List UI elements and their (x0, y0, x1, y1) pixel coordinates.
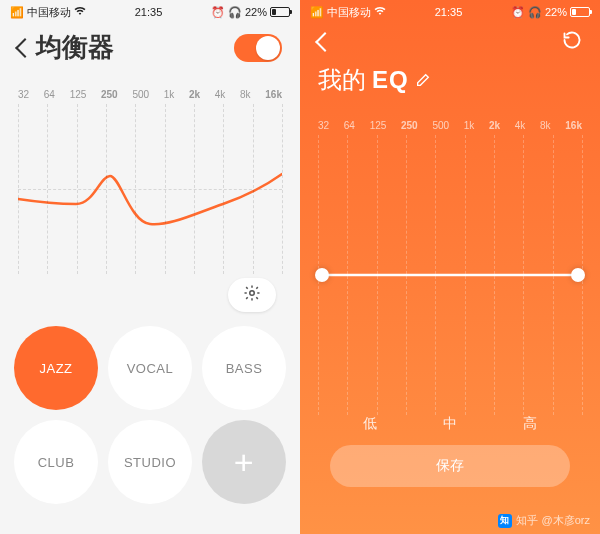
freq-label: 125 (70, 89, 87, 100)
eq-curve (18, 104, 282, 274)
wifi-icon (374, 6, 386, 18)
frequency-axis: 32641252505001k2k4k8k16k (318, 120, 582, 131)
freq-label: 64 (344, 120, 355, 131)
freq-label: 64 (44, 89, 55, 100)
battery-icon (570, 7, 590, 17)
freq-label: 32 (18, 89, 29, 100)
watermark: 知 知乎 @木彦orz (498, 513, 590, 528)
battery-icon (270, 7, 290, 17)
title-suffix: EQ (372, 66, 409, 94)
chart-grid[interactable] (318, 135, 582, 415)
freq-label: 1k (464, 120, 475, 131)
save-label: 保存 (436, 457, 464, 475)
preset-vocal[interactable]: VOCAL (108, 326, 192, 410)
freq-label: 2k (189, 89, 200, 100)
gridline (18, 104, 19, 274)
gridline (223, 104, 224, 274)
freq-label: 500 (132, 89, 149, 100)
eq-curve (318, 135, 582, 415)
headphones-icon: 🎧 (528, 6, 542, 19)
page-title: 我的 EQ (318, 64, 582, 96)
gridline (194, 104, 195, 274)
eq-toggle[interactable] (234, 34, 282, 62)
gridline (582, 135, 583, 415)
gridline (47, 104, 48, 274)
carrier-label: 中国移动 (27, 5, 71, 20)
back-icon[interactable] (15, 38, 35, 58)
freq-label: 4k (215, 89, 226, 100)
gridline (435, 135, 436, 415)
gridline (494, 135, 495, 415)
edit-icon[interactable] (415, 72, 431, 92)
chart-grid[interactable] (18, 104, 282, 274)
preset-club[interactable]: CLUB (14, 420, 98, 504)
gridline (135, 104, 136, 274)
watermark-author: @木彦orz (542, 513, 590, 528)
status-bar: 📶 中国移动 21:35 ⏰ 🎧 22% (300, 0, 600, 22)
preset-bass[interactable]: BASS (202, 326, 286, 410)
freq-label: 500 (432, 120, 449, 131)
headphones-icon: 🎧 (228, 6, 242, 19)
freq-label: 1k (164, 89, 175, 100)
gridline (106, 104, 107, 274)
gridline (77, 104, 78, 274)
header: 均衡器 (0, 22, 300, 79)
svg-point-0 (250, 291, 255, 296)
save-button[interactable]: 保存 (330, 445, 570, 487)
gridline (253, 104, 254, 274)
band-label: 低 (363, 415, 377, 433)
signal-icon: 📶 (10, 6, 24, 19)
band-labels: 低中高 (300, 415, 600, 433)
header: 我的 EQ (300, 22, 600, 110)
battery-pct: 22% (245, 6, 267, 18)
band-label: 中 (443, 415, 457, 433)
title-prefix: 我的 (318, 64, 366, 96)
frequency-axis: 32641252505001k2k4k8k16k (18, 89, 282, 100)
gridline (282, 104, 283, 274)
gridline (465, 135, 466, 415)
settings-button[interactable] (228, 278, 276, 312)
freq-label: 250 (101, 89, 118, 100)
freq-label: 16k (265, 89, 282, 100)
gear-icon (243, 284, 261, 306)
clock: 21:35 (435, 6, 463, 18)
status-bar: 📶 中国移动 21:35 ⏰ 🎧 22% (0, 0, 300, 22)
freq-label: 125 (370, 120, 387, 131)
freq-label: 32 (318, 120, 329, 131)
freq-label: 2k (489, 120, 500, 131)
band-label: 高 (523, 415, 537, 433)
reset-button[interactable] (562, 30, 582, 54)
wifi-icon (74, 6, 86, 18)
gridline (347, 135, 348, 415)
freq-label: 4k (515, 120, 526, 131)
preset-jazz[interactable]: JAZZ (14, 326, 98, 410)
gridline (553, 135, 554, 415)
screen-equalizer-presets: 📶 中国移动 21:35 ⏰ 🎧 22% 均衡器 32641252505001k… (0, 0, 300, 534)
watermark-source: 知乎 (516, 513, 538, 528)
back-icon[interactable] (315, 32, 335, 52)
gridline (523, 135, 524, 415)
zhihu-icon: 知 (498, 514, 512, 528)
preset-studio[interactable]: STUDIO (108, 420, 192, 504)
freq-label: 8k (240, 89, 251, 100)
page-title: 均衡器 (36, 30, 234, 65)
clock: 21:35 (135, 6, 163, 18)
eq-chart: 32641252505001k2k4k8k16k (18, 89, 282, 274)
gridline (377, 135, 378, 415)
alarm-icon: ⏰ (511, 6, 525, 19)
gridline (165, 104, 166, 274)
battery-pct: 22% (545, 6, 567, 18)
signal-icon: 📶 (310, 6, 324, 19)
carrier-label: 中国移动 (327, 5, 371, 20)
freq-label: 8k (540, 120, 551, 131)
gridline (406, 135, 407, 415)
gridline (318, 135, 319, 415)
freq-label: 16k (565, 120, 582, 131)
freq-label: 250 (401, 120, 418, 131)
alarm-icon: ⏰ (211, 6, 225, 19)
add-preset-button[interactable]: + (202, 420, 286, 504)
eq-chart: 32641252505001k2k4k8k16k (318, 120, 582, 415)
screen-custom-eq: 📶 中国移动 21:35 ⏰ 🎧 22% 我的 EQ (300, 0, 600, 534)
